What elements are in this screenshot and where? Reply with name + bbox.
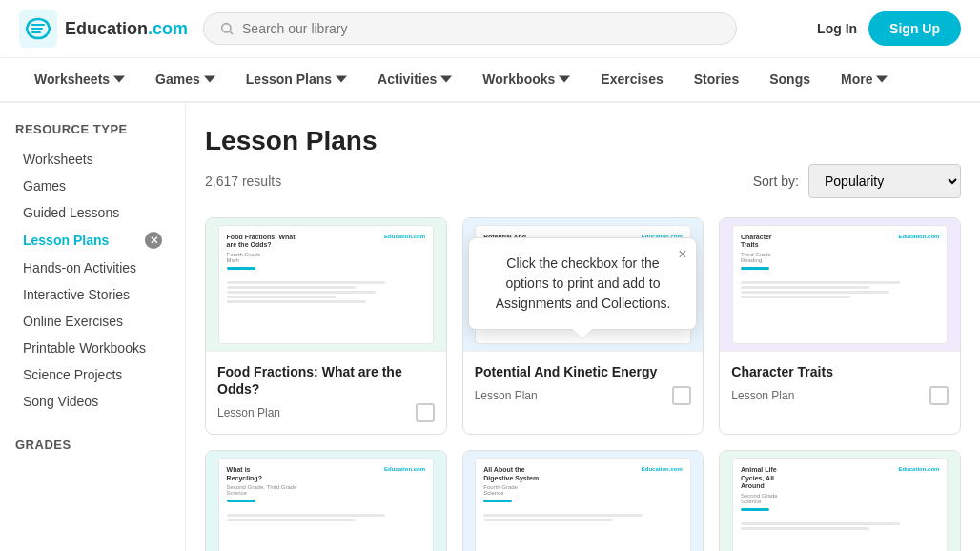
page-title: Lesson Plans [205, 126, 961, 156]
sidebar-item-printable-workbooks[interactable]: Printable Workbooks [15, 335, 170, 361]
sidebar-item-science-projects[interactable]: Science Projects [15, 361, 170, 388]
chevron-down-icon [336, 73, 347, 85]
nav-item-activities[interactable]: Activities [362, 58, 467, 103]
sidebar-item-games[interactable]: Games [15, 173, 170, 199]
nav-item-workbooks[interactable]: Workbooks [467, 58, 585, 103]
header: Education.com Log In Sign Up [0, 0, 980, 58]
chevron-down-icon [440, 73, 452, 85]
chevron-down-icon [204, 73, 215, 85]
sort-label: Sort by: [753, 173, 799, 189]
sidebar-item-worksheets[interactable]: Worksheets [15, 146, 170, 173]
nav-item-exercises[interactable]: Exercises [585, 58, 678, 103]
card-type-1: Lesson Plan [217, 406, 280, 419]
lesson-plan-card-6: Animal Life Cycles, All Around Second Gr… [719, 450, 961, 551]
card-title-1: Food Fractions: What are the Odds? [217, 363, 435, 398]
lesson-plan-card-5: All About the Digestive System Fourth Gr… [462, 450, 704, 551]
card-thumbnail-6: Animal Life Cycles, All Around Second Gr… [720, 451, 960, 551]
chevron-down-icon [559, 73, 570, 85]
sort-select[interactable]: Popularity Most Recent Highest Rated [808, 164, 961, 198]
card-title-3: Character Traits [731, 363, 949, 380]
logo-text: Education.com [65, 19, 188, 39]
card-checkbox-2[interactable] [672, 386, 691, 405]
card-thumbnail-4: What is Recycling? Second Grade, Third G… [206, 451, 446, 551]
remove-lesson-plans-filter[interactable]: ✕ [145, 232, 162, 249]
nav-item-lesson-plans[interactable]: Lesson Plans [231, 58, 362, 103]
main-nav: Worksheets Games Lesson Plans Activities… [0, 58, 980, 103]
header-actions: Log In Sign Up [817, 11, 961, 46]
search-icon [219, 21, 235, 36]
nav-item-games[interactable]: Games [140, 58, 231, 103]
resource-type-label: Resource Type [15, 122, 170, 136]
card-checkbox-3[interactable] [929, 386, 949, 405]
sidebar-item-guided-lessons[interactable]: Guided Lessons [15, 199, 170, 226]
search-input[interactable] [242, 21, 721, 36]
sidebar: Resource Type Worksheets Games Guided Le… [0, 103, 186, 551]
chevron-down-icon [876, 73, 888, 85]
grades-section: Grades [15, 438, 170, 452]
card-type-2: Lesson Plan [475, 389, 538, 402]
lesson-plan-card-1: Food Fractions: What are the Odds? Fourt… [205, 217, 447, 435]
card-title-2: Potential And Kinetic Energy [475, 363, 692, 380]
chevron-down-icon [113, 73, 125, 85]
login-button[interactable]: Log In [817, 21, 857, 36]
nav-item-worksheets[interactable]: Worksheets [19, 58, 140, 103]
card-checkbox-1[interactable] [416, 403, 435, 422]
svg-line-2 [230, 31, 233, 34]
svg-point-1 [222, 24, 231, 32]
lesson-plan-card-2: Potential And Kinetic Energy First Grade… [462, 217, 704, 435]
card-type-3: Lesson Plan [731, 389, 794, 402]
search-bar [203, 12, 737, 45]
nav-item-songs[interactable]: Songs [754, 58, 826, 103]
main-content: Resource Type Worksheets Games Guided Le… [0, 103, 980, 551]
lesson-plan-card-4: What is Recycling? Second Grade, Third G… [205, 450, 447, 551]
results-row: 2,617 results Sort by: Popularity Most R… [205, 164, 961, 198]
sidebar-item-lesson-plans[interactable]: Lesson Plans ✕ [15, 226, 170, 255]
tooltip-close-button[interactable]: × [678, 246, 686, 263]
sidebar-item-hands-on[interactable]: Hands-on Activities [15, 255, 170, 281]
sidebar-item-online-exercises[interactable]: Online Exercises [15, 308, 170, 335]
results-count: 2,617 results [205, 173, 281, 189]
signup-button[interactable]: Sign Up [868, 11, 961, 46]
tooltip: × Click the checkbox for the options to … [468, 237, 697, 330]
card-thumbnail-3: Character Traits Third Grade Reading Edu… [720, 218, 960, 352]
sidebar-item-song-videos[interactable]: Song Videos [15, 388, 170, 415]
sidebar-item-interactive-stories[interactable]: Interactive Stories [15, 281, 170, 308]
logo[interactable]: Education.com [19, 10, 188, 48]
lesson-plan-card-3: Character Traits Third Grade Reading Edu… [719, 217, 961, 435]
nav-item-more[interactable]: More [826, 58, 903, 103]
grades-label: Grades [15, 438, 170, 452]
sort-row: Sort by: Popularity Most Recent Highest … [753, 164, 961, 198]
cards-grid: Food Fractions: What are the Odds? Fourt… [205, 217, 961, 551]
nav-item-stories[interactable]: Stories [679, 58, 754, 103]
card-thumbnail-1: Food Fractions: What are the Odds? Fourt… [206, 218, 446, 352]
content-area: Lesson Plans 2,617 results Sort by: Popu… [186, 103, 980, 551]
card-thumbnail-5: All About the Digestive System Fourth Gr… [463, 451, 704, 551]
